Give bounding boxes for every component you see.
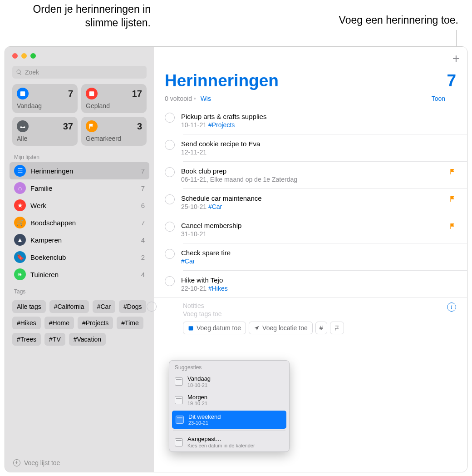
- suggestion-item[interactable]: Vandaag18-10-21: [169, 372, 289, 391]
- add-flag-button[interactable]: [330, 322, 344, 334]
- sidebar-list-familie[interactable]: ⌂Familie7: [10, 179, 149, 197]
- add-location-button[interactable]: Voeg locatie toe: [249, 322, 313, 334]
- suggestion-date: 19-10-21: [187, 401, 207, 407]
- mylists-header: Mijn lijsten: [5, 151, 154, 162]
- tags-section: Alle tags#California#Car#Dogs#Hikes#Home…: [5, 297, 154, 347]
- add-tag-button[interactable]: #: [315, 322, 327, 334]
- suggestion-label: Dit weekend: [188, 413, 221, 421]
- reminder-checkbox[interactable]: [165, 276, 175, 286]
- list-count: 7: [447, 71, 456, 90]
- list-icon: ★: [14, 199, 26, 211]
- list-count: 4: [141, 271, 145, 278]
- reminder-tag[interactable]: #Car: [208, 203, 222, 210]
- smartlist-all[interactable]: 37 Alle: [12, 117, 78, 146]
- tag-pill[interactable]: #Home: [44, 317, 74, 329]
- list-icon: 🛒: [14, 217, 26, 228]
- reminder-meta: 06-11-21, Elke maand op de 1e Zaterdag: [181, 176, 297, 183]
- reminder-checkbox[interactable]: [165, 167, 175, 177]
- reminder-tag[interactable]: #Projects: [208, 121, 235, 129]
- completed-summary: 0 voltooid • Wis: [165, 95, 211, 102]
- sidebar-list-herinneringen[interactable]: ☰Herinneringen7: [10, 162, 149, 179]
- reminder-checkbox[interactable]: [165, 194, 175, 204]
- flag-icon: [449, 168, 456, 177]
- reminder-checkbox[interactable]: [165, 222, 175, 232]
- suggestion-label: Morgen: [187, 394, 207, 401]
- reminder-tag[interactable]: #Car: [181, 258, 195, 265]
- sidebar-list-tuinieren[interactable]: ❧Tuinieren4: [10, 266, 149, 283]
- suggestion-custom[interactable]: Aangepast… Kies een datum in de kalender: [169, 433, 289, 451]
- add-list-button[interactable]: Voeg lijst toe: [5, 454, 154, 472]
- tag-pill[interactable]: #California: [49, 300, 89, 313]
- info-button[interactable]: i: [447, 302, 456, 312]
- reminder-tag[interactable]: #Hikes: [208, 285, 228, 292]
- list-name: Kamperen: [30, 236, 62, 244]
- reminder-item[interactable]: Cancel membership 31-10-21: [183, 216, 467, 243]
- svg-rect-0: [20, 91, 25, 96]
- flag-icon: [86, 120, 98, 132]
- divider: [173, 431, 285, 431]
- list-name: Boekenclub: [30, 253, 66, 261]
- reminder-item[interactable]: Book club prep 06-11-21, Elke maand op d…: [183, 161, 467, 188]
- smartlist-planned[interactable]: 17 Gepland: [81, 84, 147, 113]
- tag-pill[interactable]: #TV: [44, 333, 65, 346]
- window-controls: [5, 47, 154, 62]
- tags-input[interactable]: Voeg tags toe: [183, 310, 456, 318]
- reminder-meta: 22-10-21 #Hikes: [181, 285, 228, 292]
- close-button[interactable]: [12, 53, 18, 59]
- list-count: 4: [141, 236, 145, 244]
- tag-pill[interactable]: #Trees: [12, 333, 41, 346]
- tag-pill[interactable]: #Time: [117, 317, 143, 329]
- suggestion-item[interactable]: Morgen19-10-21: [169, 391, 289, 410]
- reminder-item[interactable]: Check spare tire #Car: [183, 243, 467, 270]
- new-reminder-row[interactable]: i Notities Voeg tags toe Voeg datum toe …: [154, 298, 467, 339]
- calendar-icon: [86, 88, 98, 99]
- sidebar-list-boodschappen[interactable]: 🛒Boodschappen7: [10, 214, 149, 231]
- tag-pill[interactable]: #Hikes: [12, 317, 41, 329]
- tag-pill[interactable]: #Car: [93, 300, 115, 313]
- show-completed-button[interactable]: Toon: [432, 95, 445, 102]
- reminder-item[interactable]: Send cookie recipe to Eva 12-11-21: [183, 134, 467, 161]
- callout-add: Voeg een herinnering toe.: [339, 14, 458, 27]
- tag-pill[interactable]: #Dogs: [119, 300, 146, 313]
- reminder-checkbox[interactable]: [165, 249, 175, 259]
- smartlist-grid: 7 Vandaag 17 Gepland 37 Alle: [5, 84, 154, 151]
- tag-pill[interactable]: #Vacation: [69, 333, 106, 346]
- sidebar-list-boekenclub[interactable]: 🔖Boekenclub2: [10, 248, 149, 266]
- list-icon: ⌂: [14, 182, 26, 194]
- reminder-item[interactable]: Schedule car maintenance 25-10-21 #Car: [183, 188, 467, 216]
- reminder-checkbox[interactable]: [165, 113, 175, 123]
- list-title: Herinneringen: [165, 71, 279, 90]
- list-name: Werk: [30, 202, 46, 209]
- reminder-item[interactable]: Pickup arts & crafts supplies 10-11-21 #…: [183, 107, 467, 134]
- sidebar-list-kamperen[interactable]: ▲Kamperen4: [10, 231, 149, 248]
- zoom-button[interactable]: [30, 53, 36, 59]
- search-placeholder: Zoek: [25, 69, 39, 76]
- clear-completed-button[interactable]: Wis: [201, 95, 211, 102]
- flag-icon: [449, 223, 456, 232]
- list-count: 7: [141, 167, 145, 175]
- tray-icon: [17, 120, 29, 132]
- notes-input[interactable]: Notities: [183, 302, 456, 310]
- reminder-title: Send cookie recipe to Eva: [181, 140, 260, 148]
- add-reminder-button[interactable]: +: [452, 51, 460, 66]
- list-name: Tuinieren: [30, 271, 59, 278]
- list-name: Herinneringen: [30, 167, 73, 175]
- list-icon: 🔖: [14, 251, 26, 263]
- smartlist-flagged[interactable]: 3 Gemarkeerd: [81, 117, 147, 146]
- suggestion-date: 23-10-21: [188, 420, 221, 426]
- flag-icon: [449, 195, 456, 204]
- suggestion-date: 18-10-21: [187, 382, 211, 388]
- add-date-button[interactable]: Voeg datum toe: [183, 322, 246, 334]
- suggestion-item[interactable]: Dit weekend23-10-21: [172, 411, 286, 429]
- search-input[interactable]: Zoek: [12, 66, 147, 79]
- tag-pill[interactable]: Alle tags: [12, 300, 46, 313]
- sidebar-list-werk[interactable]: ★Werk6: [10, 197, 149, 214]
- minimize-button[interactable]: [21, 53, 27, 59]
- smartlist-today[interactable]: 7 Vandaag: [12, 84, 78, 113]
- reminder-checkbox[interactable]: [147, 302, 157, 312]
- plus-circle-icon: [13, 459, 20, 466]
- reminder-item[interactable]: Hike with Tejo 22-10-21 #Hikes: [183, 270, 467, 298]
- list-icon: ☰: [14, 165, 26, 177]
- reminder-checkbox[interactable]: [165, 140, 175, 150]
- tag-pill[interactable]: #Projects: [78, 317, 113, 329]
